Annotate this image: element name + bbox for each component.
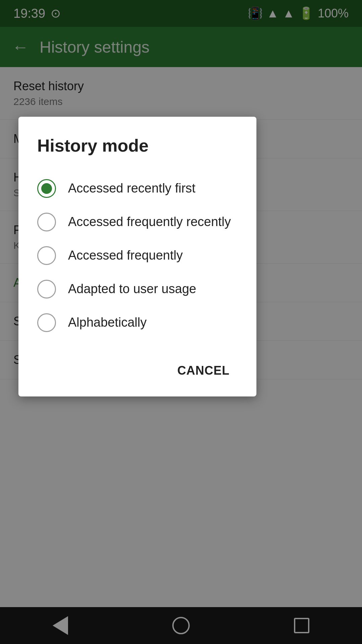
- radio-alphabetically[interactable]: [37, 313, 56, 332]
- option-adapted[interactable]: Adapted to user usage: [37, 272, 238, 306]
- history-mode-dialog: History mode Accessed recently first Acc…: [18, 117, 256, 396]
- radio-group: Accessed recently first Accessed frequen…: [37, 172, 238, 339]
- radio-frequently-recently[interactable]: [37, 213, 56, 231]
- option-alphabetically[interactable]: Alphabetically: [37, 306, 238, 339]
- radio-inner-recently-first: [41, 183, 52, 194]
- radio-label-recently-first: Accessed recently first: [68, 180, 195, 197]
- cancel-button[interactable]: CANCEL: [169, 358, 238, 383]
- dialog-title: History mode: [37, 136, 238, 156]
- dialog-actions: CANCEL: [37, 353, 238, 383]
- radio-label-frequently-recently: Accessed frequently recently: [68, 214, 231, 230]
- option-recently-first[interactable]: Accessed recently first: [37, 172, 238, 205]
- radio-recently-first[interactable]: [37, 179, 56, 198]
- radio-frequently[interactable]: [37, 246, 56, 265]
- radio-label-frequently: Accessed frequently: [68, 247, 183, 264]
- radio-adapted[interactable]: [37, 280, 56, 299]
- radio-label-adapted: Adapted to user usage: [68, 281, 196, 297]
- radio-label-alphabetically: Alphabetically: [68, 314, 146, 331]
- option-frequently-recently[interactable]: Accessed frequently recently: [37, 205, 238, 239]
- option-frequently[interactable]: Accessed frequently: [37, 239, 238, 272]
